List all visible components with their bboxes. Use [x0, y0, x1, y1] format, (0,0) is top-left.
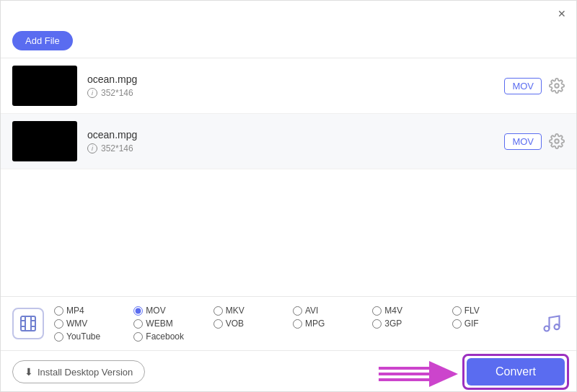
convert-area: Convert — [467, 358, 565, 386]
arrow-annotation — [379, 354, 458, 390]
format-radio-flv[interactable] — [452, 306, 462, 316]
format-radio-mp4[interactable] — [54, 306, 63, 316]
format-option-youtube[interactable]: YouTube — [54, 331, 133, 342]
empty-area — [1, 195, 576, 296]
format-grid: MP4 MOV MKV AVI M4V FLV WMV WEBM — [54, 306, 532, 342]
file-actions-2: MOV — [504, 133, 565, 150]
format-option-avi[interactable]: AVI — [293, 306, 372, 316]
file-info-2: ocean.mpg i 352*146 — [87, 129, 504, 153]
file-thumbnail-2 — [12, 121, 77, 161]
format-radio-mov[interactable] — [133, 306, 143, 316]
format-radio-youtube[interactable] — [54, 332, 63, 342]
music-icon[interactable] — [539, 311, 565, 337]
format-option-m4v[interactable]: M4V — [372, 306, 452, 316]
format-option-mp4[interactable]: MP4 — [54, 306, 133, 316]
format-option-3gp[interactable]: 3GP — [372, 318, 452, 329]
info-icon-1[interactable]: i — [87, 88, 97, 98]
convert-button[interactable]: Convert — [467, 358, 565, 386]
file-thumbnail-1 — [12, 66, 77, 106]
format-radio-m4v[interactable] — [372, 306, 382, 316]
svg-point-1 — [555, 139, 559, 143]
video-format-icon — [12, 308, 44, 339]
settings-icon-2[interactable] — [549, 133, 565, 149]
format-option-gif[interactable]: GIF — [452, 318, 532, 329]
format-badge-1[interactable]: MOV — [504, 78, 542, 94]
close-button[interactable]: ✕ — [556, 8, 568, 19]
download-icon: ⬇ — [25, 366, 33, 378]
format-option-mkv[interactable]: MKV — [213, 306, 293, 316]
format-option-facebook[interactable]: Facebook — [133, 331, 213, 342]
footer: ⬇ Install Desktop Version Convert — [1, 350, 576, 392]
install-label: Install Desktop Version — [38, 367, 133, 378]
format-selector: MP4 MOV MKV AVI M4V FLV WMV WEBM — [1, 296, 576, 350]
format-option-mpg[interactable]: MPG — [293, 318, 372, 329]
convert-wrapper: Convert — [467, 358, 565, 386]
svg-marker-14 — [429, 361, 458, 387]
file-dimensions-2: 352*146 — [101, 143, 133, 153]
format-option-flv[interactable]: FLV — [452, 306, 532, 316]
info-icon-2[interactable]: i — [87, 143, 97, 153]
title-bar: ✕ — [1, 1, 576, 27]
file-info-1: ocean.mpg i 352*146 — [87, 74, 504, 98]
settings-icon-1[interactable] — [549, 78, 565, 94]
toolbar: Add File — [1, 27, 576, 58]
file-meta-2: i 352*146 — [87, 143, 504, 153]
format-badge-2[interactable]: MOV — [504, 133, 542, 150]
format-radio-mpg[interactable] — [293, 319, 302, 329]
format-option-webm[interactable]: WEBM — [133, 318, 213, 329]
format-option-mov[interactable]: MOV — [133, 306, 213, 316]
svg-rect-2 — [21, 316, 35, 331]
file-list: ocean.mpg i 352*146 MOV ocean.mpg i — [1, 58, 576, 195]
format-radio-wmv[interactable] — [54, 319, 63, 329]
format-radio-facebook[interactable] — [133, 332, 143, 342]
file-item-2: ocean.mpg i 352*146 MOV — [1, 114, 576, 169]
format-option-vob[interactable]: VOB — [213, 318, 293, 329]
file-dimensions-1: 352*146 — [101, 88, 133, 98]
svg-point-9 — [545, 326, 550, 331]
add-file-button[interactable]: Add File — [12, 31, 73, 50]
format-radio-3gp[interactable] — [372, 319, 382, 329]
svg-point-0 — [555, 84, 559, 88]
format-radio-vob[interactable] — [213, 319, 223, 329]
format-option-wmv[interactable]: WMV — [54, 318, 133, 329]
file-actions-1: MOV — [504, 78, 565, 94]
install-desktop-button[interactable]: ⬇ Install Desktop Version — [12, 360, 145, 383]
file-name-2: ocean.mpg — [87, 129, 504, 141]
file-item-1: ocean.mpg i 352*146 MOV — [1, 58, 576, 114]
format-radio-mkv[interactable] — [213, 306, 223, 316]
file-meta-1: i 352*146 — [87, 88, 504, 98]
file-name-1: ocean.mpg — [87, 74, 504, 85]
format-radio-webm[interactable] — [133, 319, 143, 329]
svg-point-10 — [555, 324, 560, 329]
format-radio-avi[interactable] — [293, 306, 302, 316]
format-radio-gif[interactable] — [452, 319, 462, 329]
